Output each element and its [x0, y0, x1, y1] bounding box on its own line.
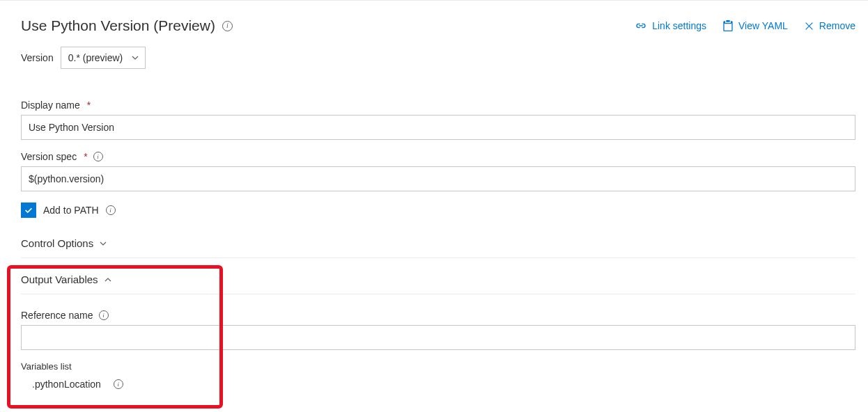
- action-links: Link settings View YAML Remove: [635, 20, 855, 31]
- display-name-label: Display name: [21, 100, 80, 111]
- section-divider: [21, 294, 855, 294]
- check-icon: [24, 205, 33, 215]
- remove-label: Remove: [819, 20, 855, 31]
- variable-list-item: .pythonLocation i: [21, 379, 855, 390]
- output-variables-header[interactable]: Output Variables: [21, 274, 855, 287]
- add-to-path-row: Add to PATH i: [21, 203, 855, 218]
- remove-button[interactable]: Remove: [805, 20, 855, 31]
- chevron-down-icon: [99, 239, 107, 248]
- required-marker: *: [87, 100, 91, 111]
- version-label: Version: [21, 52, 54, 63]
- view-yaml-button[interactable]: View YAML: [723, 20, 788, 31]
- page-title: Use Python Version (Preview): [21, 17, 215, 34]
- info-icon[interactable]: i: [106, 205, 116, 215]
- control-options-title: Control Options: [21, 237, 93, 249]
- output-variables-title: Output Variables: [21, 274, 98, 285]
- reference-name-label: Reference name: [21, 310, 93, 321]
- view-yaml-label: View YAML: [738, 20, 788, 31]
- chevron-down-icon: [131, 54, 139, 62]
- info-icon[interactable]: i: [114, 379, 123, 389]
- add-to-path-checkbox[interactable]: [21, 203, 36, 218]
- version-spec-label: Version spec: [21, 151, 77, 162]
- version-spec-field: Version spec* i: [21, 151, 855, 191]
- variables-list-label: Variables list: [21, 361, 855, 372]
- reference-name-input[interactable]: [21, 325, 855, 350]
- reference-name-field: Reference name i: [21, 310, 855, 350]
- link-icon: [635, 21, 646, 31]
- link-settings-label: Link settings: [652, 20, 706, 31]
- clipboard-icon: [723, 20, 733, 31]
- version-spec-input[interactable]: [21, 166, 855, 191]
- info-icon[interactable]: i: [222, 21, 233, 31]
- display-name-field: Display name*: [21, 100, 855, 140]
- display-name-input[interactable]: [21, 115, 855, 140]
- required-marker: *: [84, 151, 87, 162]
- info-icon[interactable]: i: [93, 152, 103, 161]
- link-settings-button[interactable]: Link settings: [635, 20, 706, 31]
- variable-name: .pythonLocation: [32, 379, 101, 390]
- header-row: Use Python Version (Preview) i Link sett…: [21, 17, 855, 34]
- section-divider: [21, 258, 855, 258]
- info-icon[interactable]: i: [99, 310, 109, 320]
- close-icon: [805, 22, 814, 31]
- control-options-header[interactable]: Control Options: [21, 237, 855, 251]
- version-select[interactable]: 0.* (preview): [61, 47, 146, 69]
- version-row: Version 0.* (preview): [21, 47, 855, 69]
- version-selected-value: 0.* (preview): [68, 52, 123, 63]
- add-to-path-label: Add to PATH: [43, 205, 99, 216]
- chevron-up-icon: [104, 276, 112, 284]
